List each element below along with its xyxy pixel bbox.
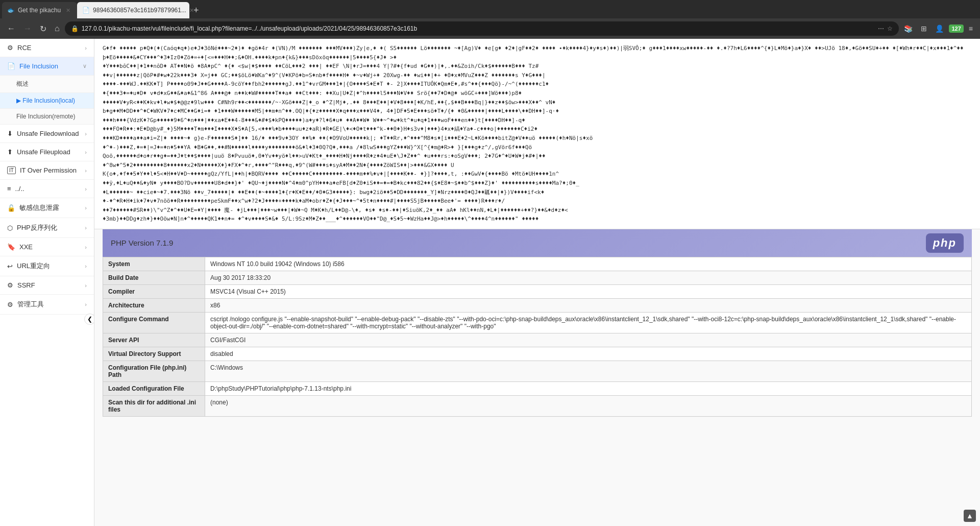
unsafe-fileupload-icon: ⬆	[7, 148, 13, 156]
sidebar: ⚙ RCE › 📄 File Inclusion ∨ 概述 ▶ File Inc…	[0, 39, 94, 526]
tab-inactive[interactable]: 🐟 Get the pikachu ✕	[2, 2, 77, 18]
menu-button[interactable]: ≡	[966, 22, 976, 35]
sidebar-item-over-permission[interactable]: IT IT Over Permission ›	[0, 161, 94, 180]
table-cell-value: Windows NT 10.0 build 19042 (Windows 10)…	[205, 257, 972, 271]
ssrf-icon: ⚙	[7, 281, 13, 289]
url-bar-wrapper[interactable]: 🔒 ⋯ ☆	[65, 21, 899, 36]
forward-button[interactable]: →	[20, 22, 35, 35]
table-cell-value: Aug 30 2017 18:33:20	[205, 271, 972, 284]
php-logo: php	[926, 233, 964, 253]
table-row: Architecture x86	[103, 298, 972, 312]
file-inclusion-icon: 📄	[7, 62, 15, 70]
sidebar-item-label: IT Over Permission	[20, 166, 77, 174]
chevron-down-icon: ∨	[83, 63, 87, 69]
account-button[interactable]: 👤	[932, 22, 947, 35]
chevron-right-icon: ›	[85, 186, 87, 192]
table-row: Scan this dir for additional .ini files …	[103, 395, 972, 416]
chevron-right-icon: ›	[85, 263, 87, 269]
profile-badge: 127	[949, 25, 963, 33]
sidebar-sub-file-inclusion: 概述 ▶ File Inclusion(local) File Inclusio…	[0, 76, 94, 125]
garbled-line-17: ♦L♦♦♦♦♦♦~ ♦♦cie♦~♦7.♦♦♦3Nö ♦♦v_7♦♦♦♦♦|♦ …	[103, 188, 972, 197]
garbled-line-11: ♦♦♦KD♦♦♦♦a♦♦a♦i=Z|♦ ♦♦♦♦~♦ g}e-F♦♦♦♦♦♦S♦…	[103, 134, 972, 143]
sidebar-item-unsafe-filedownload[interactable]: ⬇ Unsafe Filedownload ›	[0, 125, 94, 143]
chevron-right-icon: ›	[85, 225, 87, 231]
garbled-line-3: ♦Y♦♦♦bôC♦♦|♦1♦♦nôD♦ AT♦♦N♦ö ♦8A♦pC^ ♦{♦ …	[103, 62, 972, 71]
php-deserialize-icon: ⬡	[7, 224, 13, 232]
sidebar-item-file-inclusion[interactable]: 📄 File Inclusion ∨	[0, 57, 94, 76]
sidebar-item-label: File Inclusion(local)	[22, 97, 75, 104]
tab-active[interactable]: 📄 98946360857e3c161b97879961... ✕	[77, 2, 189, 18]
sidebar-item-label: File Inclusion(remote)	[16, 113, 75, 120]
garbled-line-18: ♦-♦^♦R♦H♦ik♦7♦v♦7nöö♦♦R♦♦♦♦♦♦♦♦♦peSkmF♦♦…	[103, 197, 972, 206]
sidebar-item-fi-overview[interactable]: 概述	[0, 76, 94, 93]
table-row: Build Date Aug 30 2017 18:33:20	[103, 271, 972, 284]
table-cell-key: Build Date	[103, 271, 205, 284]
dir-traverse-icon: ≡	[7, 185, 11, 193]
table-cell-key: Scan this dir for additional .ini files	[103, 395, 205, 416]
sidebar-item-label: Unsafe Fileupload	[17, 148, 70, 156]
php-version-title: PHP Version 7.1.9	[111, 238, 173, 247]
table-cell-key: Loaded Configuration File	[103, 381, 205, 395]
garbled-line-19: ♦♦7♦♦♦♦♦♦#SR♦♦)\"v^Z♦^♦♦U♦E=♦Y|♦♦♦♦ 魔- ♦…	[103, 206, 972, 215]
garbled-line-10: ♦♦♦FO♦R♦♦:♦E♦D@by#_♦}5M♦♦♦♦T♦m♦♦♦I♦♦♦♦X♦…	[103, 125, 972, 134]
garbled-line-15: K{o♦,♦f♦♦5♦Y♦♦l♦5<♦H♦♦V♦D~♦♦♦♦♦gQz/YfL|♦…	[103, 170, 972, 179]
sidebar-item-sensitive-info[interactable]: 🔓 敏感信息泄露 ›	[0, 198, 94, 218]
garbled-line-2: þ♦Eö♦♦♦♦♦&♦CY♦♦♦^♦3♦Iz0♦Zö♦=+♦[<=♦♦♦H♦♦;…	[103, 53, 972, 62]
sidebar-item-label: PHP反序列化	[17, 223, 57, 232]
sidebar-item-fi-local[interactable]: ▶ File Inclusion(local)	[0, 93, 94, 109]
secure-icon: 🔒	[71, 25, 79, 32]
garbled-line-8: b♦g♦♦M♦DD♦♦^♦C♦WKV♦7♦c♦MC♦♦G♦i=♦ ♦1♦♦♦W♦…	[103, 107, 972, 116]
sidebar-item-label: ../..	[15, 185, 24, 193]
table-row: Compiler MSVC14 (Visual C++ 2015)	[103, 284, 972, 298]
home-button[interactable]: ⌂	[52, 22, 63, 35]
sidebar-item-label: RCE	[17, 44, 31, 52]
nav-bar: ← → ↻ ⌂ 🔒 ⋯ ☆ 📚 ⊞ 👤 127 ≡	[0, 18, 980, 39]
garbled-line-9: ♦♦♦h♦♦♦{VdzK♦?Gp♦♦♦♦♦9♦6^♦n♦♦♦|♦♦xa♦E♦♦4…	[103, 116, 972, 125]
table-row: Loaded Configuration File D:\phpStudy\PH…	[103, 381, 972, 395]
table-row: Server API CGI/FastCGI	[103, 333, 972, 347]
main-layout: ⚙ RCE › 📄 File Inclusion ∨ 概述 ▶ File Inc…	[0, 39, 980, 526]
table-cell-value: x86	[205, 298, 972, 312]
php-info-section: PHP Version 7.1.9 php System Windows NT …	[94, 229, 980, 427]
sidebar-item-xxe[interactable]: 🔖 XXE ›	[0, 238, 94, 256]
sidebar-item-admin-tools[interactable]: ⚙ 管理工具 ›	[0, 295, 94, 315]
more-actions-icon: ⋯	[878, 25, 884, 32]
tab-close-button[interactable]: ✕	[64, 6, 72, 14]
bookmark-manager-button[interactable]: 📚	[901, 22, 916, 35]
table-row: Configuration File (php.ini) Path C:\Win…	[103, 361, 972, 381]
chevron-right-icon: ›	[85, 282, 87, 289]
extensions-button[interactable]: ⊞	[918, 22, 930, 35]
table-cell-key: Architecture	[103, 298, 205, 312]
chevron-right-icon: ›	[85, 205, 87, 211]
sidebar-item-php-deserialize[interactable]: ⬡ PHP反序列化 ›	[0, 218, 94, 238]
refresh-button[interactable]: ↻	[37, 22, 50, 36]
sidebar-item-dir-traverse[interactable]: ≡ ../.. ›	[0, 180, 94, 198]
xxe-icon: 🔖	[7, 243, 15, 251]
chevron-right-icon: ›	[85, 244, 87, 250]
rce-icon: ⚙	[7, 44, 13, 52]
url-input[interactable]	[82, 25, 875, 32]
new-tab-button[interactable]: +	[189, 5, 203, 16]
bookmark-icon: ☆	[887, 25, 893, 32]
php-info-table: System Windows NT 10.0 build 19042 (Wind…	[103, 257, 972, 417]
over-permission-icon: IT	[7, 166, 16, 174]
table-row: System Windows NT 10.0 build 19042 (Wind…	[103, 257, 972, 271]
table-cell-key: Compiler	[103, 284, 205, 298]
sidebar-item-fi-remote[interactable]: File Inclusion(remote)	[0, 109, 94, 125]
sensitive-info-icon: 🔓	[7, 204, 15, 212]
scroll-to-top-button[interactable]: ▲	[964, 510, 976, 522]
admin-tools-icon: ⚙	[7, 301, 13, 308]
sidebar-item-label: SSRF	[17, 281, 35, 289]
sidebar-collapse-button[interactable]: ❮	[84, 314, 94, 325]
chevron-right-icon: ›	[85, 45, 87, 51]
back-button[interactable]: ←	[4, 22, 18, 35]
table-cell-value: cscript /nologo configure.js "--enable-s…	[205, 312, 972, 333]
sidebar-item-label: Unsafe Filedownload	[17, 130, 79, 137]
garbled-line-14: ♦^8w♦^5♦2♦♦♦♦♦♦♦♦♦8♦♦♦♦♦♦x2♦N♦♦♦♦♦X♦}♦FX…	[103, 161, 972, 170]
sidebar-item-ssrf[interactable]: ⚙ SSRF ›	[0, 276, 94, 295]
sidebar-item-url-redirect[interactable]: ↩ URL重定向 ›	[0, 256, 94, 276]
table-cell-key: Server API	[103, 333, 205, 347]
sidebar-item-unsafe-fileupload[interactable]: ⬆ Unsafe Fileupload ›	[0, 143, 94, 161]
garbled-line-12: ♦^♦-)♦♦♦Z,♦=♦|=J♦=♦n♦5♦♦YA ♦B♦G♦♦,♦♦#N♦♦…	[103, 143, 972, 152]
sidebar-item-rce[interactable]: ⚙ RCE ›	[0, 39, 94, 57]
